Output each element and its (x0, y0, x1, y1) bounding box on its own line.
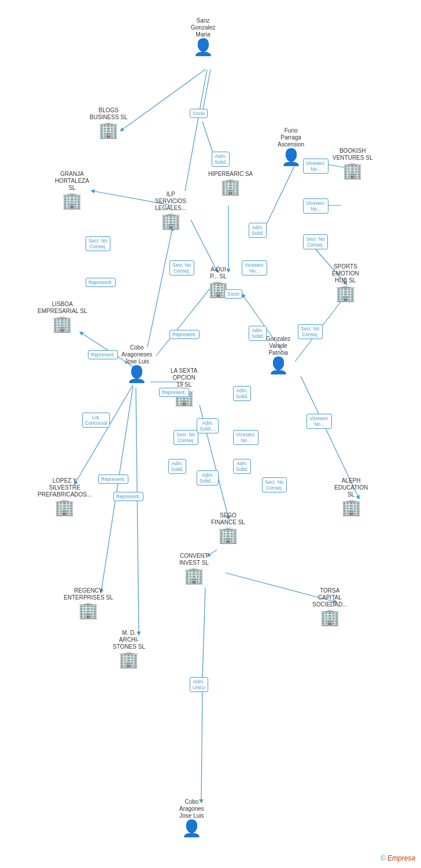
building-icon-lopez: 🏢 (54, 499, 75, 516)
building-icon-ilp: 🏢 (161, 213, 181, 229)
badge-adm-solid4: Adm.Solid. (233, 386, 251, 401)
node-torsa: TORSACAPITALSOCIEDAD... 🏢 (312, 587, 348, 626)
building-icon-sego: 🏢 (218, 527, 238, 543)
svg-line-11 (156, 284, 214, 356)
building-icon-regency: 🏢 (78, 602, 98, 619)
svg-line-1 (202, 122, 214, 156)
badge-adm-solid1: Adm.Solid. (212, 152, 230, 167)
connections-svg (0, 0, 421, 868)
badge-adm-solid6: Adm.Solid. (168, 459, 186, 474)
person-icon-cobo-top: 👤 (127, 366, 147, 382)
svg-line-2 (185, 69, 207, 191)
watermark: © Empresa (381, 854, 415, 862)
badge-secr-no-consej2: Secr. NoConsej. (303, 234, 328, 249)
badge-adm-solid8: Adm.Solid. (233, 459, 251, 474)
badge-vicesecr2: Vicesecr.No... (303, 198, 328, 214)
person-icon-cobo-bottom: 👤 (182, 821, 202, 837)
person-icon-furio: 👤 (281, 149, 301, 165)
node-md-archistones: M. D.ARCHI-STONES SL 🏢 (113, 630, 145, 668)
badge-vicesecr5: Vicesecr.No... (306, 414, 332, 429)
badge-vicesecr4: Vicesecr.No... (233, 430, 258, 445)
badge-adm-solid3: Adm.Solid. (249, 326, 267, 341)
svg-line-17 (208, 550, 217, 556)
node-la-sexta: LA SEXTAOPCION19 SL 🏢 (171, 367, 198, 406)
badge-adm-solid7: Adm.Solid.... (197, 470, 219, 486)
node-bookish: BOOKISHVENTURES SL 🏢 (333, 148, 372, 179)
node-furio: FurioParragaAscension 👤 (278, 127, 304, 165)
node-lopez-silvestre: LOPEZ YSILVESTREPREFABRICADOS... 🏢 (38, 477, 91, 516)
building-icon-sports: 🏢 (335, 285, 356, 301)
svg-line-7 (191, 220, 217, 271)
svg-line-20 (136, 388, 139, 634)
badge-secr-no-consej5: Secr. NoConsej. (173, 430, 198, 445)
building-icon-bookish: 🏢 (342, 163, 363, 179)
badge-secr-no-consej4: Secr. NoConsej. (298, 324, 323, 339)
badge-vicesecr3: Vicesecr.No... (242, 260, 267, 275)
node-sports-emotion: SPORTSEMOTIONHUB SL 🏢 (332, 263, 359, 301)
badge-represent4: Represent. (159, 388, 189, 397)
badge-socio2: Socio (224, 289, 242, 299)
badge-secr-no-consej3: Secr. NoConsej. (169, 260, 194, 275)
badge-secr-no-consej1: Secr. NoConsej. (86, 236, 110, 251)
svg-line-0 (202, 69, 211, 113)
badge-adm-solid5: Adm.Solid.... (197, 418, 219, 433)
node-blogs-business: BLOGSBUSINESS SL 🏢 (90, 107, 128, 138)
badge-represent2: Represent. (88, 350, 118, 359)
badge-vicesecr1: Vicesecr.No... (303, 159, 328, 174)
node-regency: REGENCYENTERPRISES SL 🏢 (64, 587, 113, 619)
svg-line-22 (201, 692, 202, 801)
node-ilp: ILPSERVICIOSLEGALES... 🏢 (155, 191, 186, 229)
badge-adm-solid2: Adm.Solid. (249, 223, 267, 238)
svg-line-21 (202, 587, 205, 680)
badge-represent6: Represent. (113, 492, 143, 501)
node-cobo-bottom: CoboAragonesJose Luis 👤 (179, 799, 204, 837)
node-lisboa: LISBOAEMPRESARIAL SL 🏢 (38, 301, 87, 332)
node-aleph: ALEPHEDUCATIONSL 🏢 (334, 477, 368, 516)
badge-represent5: Represent. (98, 475, 128, 484)
graph-container: SanzGonzalezMaria 👤 BLOGSBUSINESS SL 🏢 G… (0, 0, 421, 868)
badge-socio1: Socio (190, 109, 208, 118)
building-icon-hiperbaric: 🏢 (220, 179, 241, 195)
node-gonzalez-varade: GonzalezVaradePatricia 👤 (266, 336, 290, 374)
building-icon-md: 🏢 (119, 652, 139, 668)
svg-line-3 (121, 69, 205, 130)
building-icon-torsa: 🏢 (320, 609, 340, 626)
building-icon-blogs: 🏢 (98, 122, 119, 138)
node-sego-finance: SEGOFINANCE SL 🏢 (211, 512, 245, 543)
node-sanz-gonzalez: SanzGonzalezMaria 👤 (191, 17, 215, 56)
badge-secr-no-consej6: Secr. NoConsej. (262, 477, 287, 492)
node-cobo-top: CoboAragonesesJose Luis 👤 (121, 344, 152, 382)
badge-represent3: Represent. (169, 330, 200, 339)
badge-liq-concursal: Liq.Concursal (82, 413, 110, 428)
badge-represent1: Represent. (86, 278, 116, 287)
node-granja-hortaleza: GRANJAHORTALEZASL 🏢 (55, 171, 89, 209)
svg-line-18 (75, 385, 133, 483)
person-icon-sanz: 👤 (193, 39, 213, 56)
svg-line-10 (147, 229, 172, 347)
node-hiperbaric: HIPERBARIC SA 🏢 (208, 171, 253, 195)
building-icon-aleph: 🏢 (341, 499, 361, 516)
building-icon-lisboa: 🏢 (52, 316, 72, 332)
building-icon-granja: 🏢 (62, 193, 82, 209)
person-icon-gonzalez: 👤 (268, 358, 289, 374)
building-icon-convent: 🏢 (184, 568, 204, 584)
badge-adm-unico: Adm.Unico (190, 677, 208, 692)
node-convent-invest: CONVENTINVEST SL 🏢 (179, 553, 209, 584)
